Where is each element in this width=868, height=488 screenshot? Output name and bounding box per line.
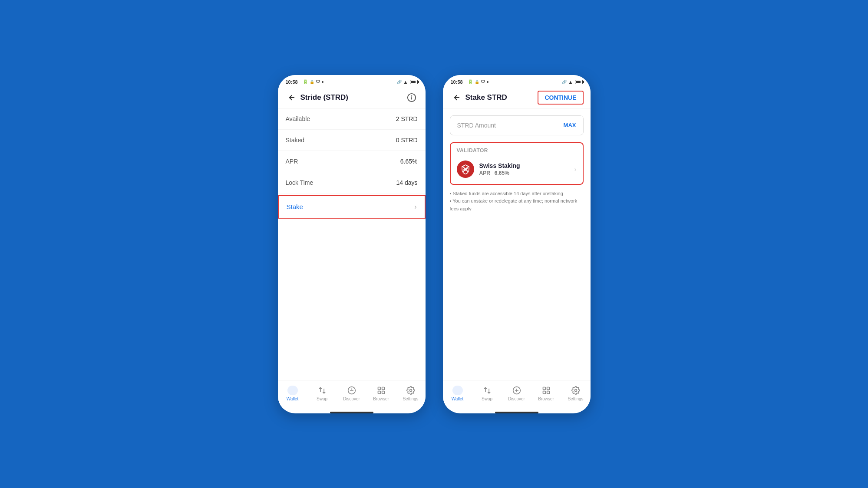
- browser-label-1: Browser: [373, 396, 389, 401]
- amount-input-row[interactable]: STRD Amount MAX: [450, 115, 584, 135]
- settings-label-2: Settings: [568, 396, 583, 401]
- page-title-1: Stride (STRD): [300, 93, 405, 102]
- wallet-icon-2: [452, 386, 463, 395]
- validator-name: Swiss Staking: [479, 162, 574, 169]
- available-label: Available: [286, 115, 310, 122]
- settings-icon-1: [406, 386, 416, 395]
- amount-placeholder: STRD Amount: [457, 122, 496, 129]
- svg-rect-8: [382, 387, 384, 390]
- wifi-icon: ▲: [403, 79, 408, 85]
- phone-screen-2: 10:58 🔋 🔒 🛡 🔗 ▲ Stake STRD CONTINUE STRD…: [443, 75, 591, 413]
- validator-apr-value: 6.65%: [495, 170, 509, 176]
- back-button-1[interactable]: [285, 91, 299, 105]
- apr-row: APR 6.65%: [278, 151, 426, 172]
- validator-row[interactable]: Swiss Staking APR 6.65% ›: [451, 156, 583, 184]
- staked-value: 0 STRD: [396, 137, 418, 144]
- back-button-2[interactable]: [450, 91, 464, 105]
- link-icon: 🔗: [397, 80, 402, 84]
- available-value: 2 STRD: [396, 115, 418, 122]
- nav-browser-2[interactable]: Browser: [531, 384, 561, 403]
- available-row: Available 2 STRD: [278, 108, 426, 130]
- nav-settings-1[interactable]: Settings: [396, 384, 426, 403]
- lock-sm-icon: 🔒: [310, 80, 314, 84]
- screen2-content: STRD Amount MAX VALIDATOR Swiss Staking: [443, 108, 591, 380]
- nav-browser-1[interactable]: Browser: [366, 384, 396, 403]
- validator-apr-label: APR: [479, 170, 490, 176]
- validator-info: Swiss Staking APR 6.65%: [479, 162, 574, 176]
- staked-row: Staked 0 STRD: [278, 130, 426, 151]
- time-display: 10:58: [286, 79, 298, 85]
- nav-wallet-2[interactable]: Wallet: [443, 384, 472, 403]
- wallet-label-1: Wallet: [287, 396, 298, 401]
- battery-sm-icon: 🔋: [303, 79, 308, 84]
- battery-icon: [410, 80, 418, 84]
- validator-section-label: VALIDATOR: [451, 143, 583, 156]
- battery-icon-2: [575, 80, 583, 84]
- max-button[interactable]: MAX: [564, 122, 576, 128]
- svg-rect-21: [547, 391, 549, 393]
- info-button[interactable]: [405, 91, 419, 105]
- browser-label-2: Browser: [538, 396, 554, 401]
- svg-rect-19: [547, 387, 549, 390]
- screen1-content: Available 2 STRD Staked 0 STRD APR 6.65%…: [278, 108, 426, 380]
- apr-value: 6.65%: [400, 158, 418, 165]
- wallet-icon-1: [287, 386, 298, 395]
- validator-chevron-icon: ›: [574, 166, 577, 173]
- discover-label-1: Discover: [343, 396, 360, 401]
- nav-wallet-1[interactable]: Wallet: [278, 384, 307, 403]
- discover-icon-2: [512, 386, 521, 395]
- note-2: • You can unstake or redelegate at any t…: [450, 197, 584, 213]
- status-time-left: 10:58 🔋 🔒 🛡: [286, 79, 323, 85]
- stake-row[interactable]: Stake ›: [278, 195, 426, 219]
- link-icon-2: 🔗: [562, 80, 567, 84]
- validator-apr: APR 6.65%: [479, 170, 574, 176]
- settings-label-1: Settings: [403, 396, 418, 401]
- status-time-left-2: 10:58 🔋 🔒 🛡: [451, 79, 488, 85]
- svg-rect-10: [382, 391, 384, 393]
- locktime-row: Lock Time 14 days: [278, 172, 426, 193]
- status-icons-right-2: 🔗 ▲: [562, 79, 583, 85]
- dot-indicator: [322, 81, 323, 83]
- battery-sm-icon-2: 🔋: [468, 79, 473, 84]
- svg-point-22: [574, 389, 577, 391]
- settings-icon-2: [571, 386, 581, 395]
- swap-icon-1: [317, 386, 327, 395]
- discover-icon-1: [347, 386, 356, 395]
- svg-point-11: [409, 389, 412, 391]
- validator-section: VALIDATOR Swiss Staking APR 6.65%: [450, 142, 584, 185]
- wifi-icon-2: ▲: [568, 79, 573, 85]
- shield-sm-icon-2: 🛡: [481, 80, 485, 84]
- staked-label: Staked: [286, 137, 305, 144]
- dot-indicator-2: [487, 81, 488, 83]
- svg-rect-20: [543, 391, 545, 393]
- note-1: • Staked funds are accessible 14 days af…: [450, 190, 584, 198]
- home-indicator-1: [330, 412, 373, 413]
- stake-label: Stake: [287, 203, 303, 210]
- wallet-label-2: Wallet: [452, 396, 463, 401]
- nav-discover-1[interactable]: Discover: [337, 384, 366, 403]
- swap-icon-2: [482, 386, 492, 395]
- phone-screen-1: 10:58 🔋 🔒 🛡 🔗 ▲ Stride (STRD): [278, 75, 426, 413]
- locktime-label: Lock Time: [286, 179, 314, 186]
- continue-button[interactable]: CONTINUE: [538, 91, 583, 105]
- bottom-nav-1: Wallet Swap Discover: [278, 380, 426, 410]
- svg-rect-9: [378, 391, 380, 393]
- page-title-2: Stake STRD: [465, 93, 538, 102]
- locktime-value: 14 days: [396, 179, 417, 186]
- lock-sm-icon-2: 🔒: [475, 80, 479, 84]
- bottom-nav-2: Wallet Swap Discover: [443, 380, 591, 410]
- status-icons-right: 🔗 ▲: [397, 79, 418, 85]
- swap-label-2: Swap: [482, 396, 492, 401]
- discover-label-2: Discover: [508, 396, 525, 401]
- nav-discover-2[interactable]: Discover: [502, 384, 531, 403]
- nav-swap-1[interactable]: Swap: [307, 384, 337, 403]
- shield-sm-icon: 🛡: [316, 80, 320, 84]
- time-display-2: 10:58: [451, 79, 463, 85]
- status-bar-2: 10:58 🔋 🔒 🛡 🔗 ▲: [443, 75, 591, 87]
- swap-label-1: Swap: [317, 396, 327, 401]
- nav-settings-2[interactable]: Settings: [561, 384, 591, 403]
- apr-label: APR: [286, 158, 298, 165]
- home-indicator-2: [495, 412, 538, 413]
- notes-section: • Staked funds are accessible 14 days af…: [450, 190, 584, 213]
- nav-swap-2[interactable]: Swap: [472, 384, 502, 403]
